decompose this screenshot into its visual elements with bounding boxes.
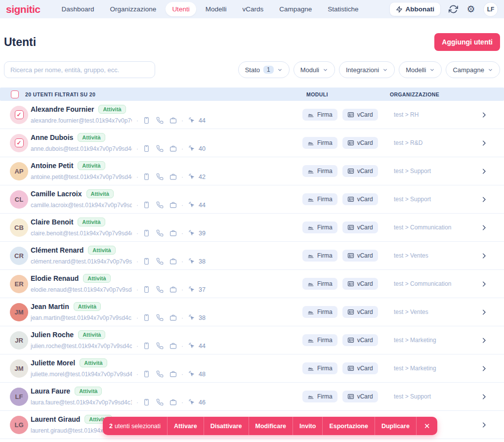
table-row[interactable]: CB ✓ Claire Benoit Attività claire.benoi… [0,214,504,242]
briefcase-icon [169,314,177,321]
avatar[interactable]: AP ✓ [10,162,28,180]
chevron-right-icon[interactable] [480,393,504,400]
chevron-right-icon[interactable] [480,196,504,203]
user-name: Julien Roche [31,331,74,339]
nav-item-modelli[interactable]: Modelli [199,2,233,16]
column-header-moduli: MODULI [306,91,328,97]
organization-path: test > Ventes [394,309,480,315]
chevron-right-icon[interactable] [480,421,504,429]
firma-module-badge: Firma [302,306,337,318]
click-count-value: 44 [199,343,206,350]
vcard-module-badge: vCard [342,250,378,262]
chevron-right-icon[interactable] [480,280,504,288]
vcard-icon [347,252,354,259]
chevron-right-icon[interactable] [480,252,504,260]
user-avatar[interactable]: LF [483,2,498,17]
user-name: Alexandre Fournier [31,105,94,113]
subscribe-button[interactable]: Abbonati [389,2,441,16]
action-button-disattivare[interactable]: Disattivare [204,417,249,435]
table-row[interactable]: CL ✓ Camille Lacroix Attività camille.la… [0,185,504,214]
avatar[interactable]: JM ✓ [10,359,28,378]
filter-stato[interactable]: Stato 1 [238,61,290,78]
table-row[interactable]: ✓ Anne Dubois Attività anne.dubois@test.… [0,129,504,157]
avatar[interactable]: ✓ [10,106,28,124]
table-row[interactable]: JM ✓ Jean Martin Attività jean.martin@te… [0,298,504,326]
avatar[interactable]: LF ✓ [10,388,28,406]
filter-integrazioni[interactable]: Integrazioni [339,61,395,78]
chevron-right-icon[interactable] [480,337,504,344]
vcard-module-badge: vCard [342,137,378,149]
search-input[interactable] [4,61,155,78]
phone-icon [156,258,164,265]
selected-checkbox[interactable]: ✓ [15,110,24,119]
filter-moduli[interactable]: Moduli [294,61,335,78]
status-badge: Attività [74,302,101,311]
chevron-right-icon[interactable] [480,111,504,119]
organization-path: test > Marketing [394,365,480,372]
user-email: antoine.petit@test.01k94x7v0p7v9sd4c1ty.… [31,174,132,180]
vcard-module-badge: vCard [342,306,378,318]
chevron-right-icon[interactable] [480,309,504,316]
avatar[interactable]: JM ✓ [10,303,28,321]
vcard-module-badge: vCard [342,278,378,290]
briefcase-icon [169,398,177,406]
table-row[interactable]: AP ✓ Antoine Petit Attività antoine.peti… [0,157,504,185]
action-button-attivare[interactable]: Attivare [167,417,204,435]
nav-item-campagne[interactable]: Campagne [273,2,318,16]
vcard-module-badge: vCard [342,165,378,177]
filter-campagne[interactable]: Campagne [446,61,500,78]
vcard-module-badge: vCard [342,109,378,121]
table-row[interactable]: ✓ Alexandre Fournier Attività alexandre.… [0,101,504,129]
avatar[interactable]: ✓ [10,134,28,152]
nav-item-organizzazione[interactable]: Organizzazione [104,2,163,16]
selected-checkbox[interactable]: ✓ [15,138,24,147]
avatar[interactable]: CB ✓ [10,219,28,237]
phone-icon [156,398,164,406]
nav-item-statistiche[interactable]: Statistiche [321,2,365,16]
table-row[interactable]: JM ✓ Juliette Morel Attività juliette.mo… [0,354,504,383]
chevron-right-icon[interactable] [480,365,504,372]
sync-icon[interactable] [448,4,459,15]
avatar[interactable]: JR ✓ [10,331,28,350]
column-header-organizzazione: ORGANIZZAZIONE [390,91,439,97]
action-button-duplicare[interactable]: Duplicare [375,417,416,435]
action-button-modificare[interactable]: Modificare [249,417,293,435]
action-button-invito[interactable]: Invito [293,417,322,435]
firma-module-badge: Firma [302,221,337,233]
click-count-value: 46 [199,399,206,406]
add-users-button[interactable]: Aggiungi utenti [434,33,500,51]
gear-icon[interactable]: ⚙ [465,4,476,15]
clicks-icon [188,313,195,322]
nav-item-dashboard[interactable]: Dashboard [55,2,101,16]
chevron-right-icon[interactable] [480,139,504,147]
select-all-checkbox[interactable] [11,90,19,98]
chevron-right-icon[interactable] [480,224,504,231]
table-row[interactable]: LF ✓ Laura Faure Attività laura.faure@te… [0,383,504,411]
status-badge: Attività [98,105,126,114]
mobile-phone-icon [143,145,150,152]
vcard-icon [347,365,354,372]
vcard-icon [347,139,354,146]
nav-item-utenti[interactable]: Utenti [166,2,196,16]
avatar[interactable]: ER ✓ [10,275,28,293]
organization-path: test > Support [394,393,480,400]
vcard-module-badge: vCard [342,334,378,346]
briefcase-icon [169,258,177,265]
filter-modelli[interactable]: Modelli [399,61,442,78]
firma-module-badge: Firma [302,391,337,402]
chevron-right-icon[interactable] [480,168,504,175]
avatar[interactable]: CR ✓ [10,247,28,265]
action-button-esportazione[interactable]: Esportazione [322,417,375,435]
avatar[interactable]: CL ✓ [10,190,28,209]
firma-module-badge: Firma [302,165,337,177]
avatar[interactable]: LG ✓ [10,416,28,434]
table-row[interactable]: JR ✓ Julien Roche Attività julien.roche@… [0,326,504,354]
filter-bar: Stato 1 Moduli Integrazioni Modelli Camp… [238,61,500,78]
firma-module-badge: Firma [302,334,337,346]
chevron-down-icon [429,67,435,73]
table-row[interactable]: ER ✓ Elodie Renaud Attività elodie.renau… [0,270,504,298]
nav-item-vcards[interactable]: vCards [236,2,270,16]
table-row[interactable]: CR ✓ Clément Renard Attività clément.ren… [0,242,504,270]
close-icon[interactable]: ✕ [416,417,438,435]
firma-module-badge: Firma [302,250,337,262]
